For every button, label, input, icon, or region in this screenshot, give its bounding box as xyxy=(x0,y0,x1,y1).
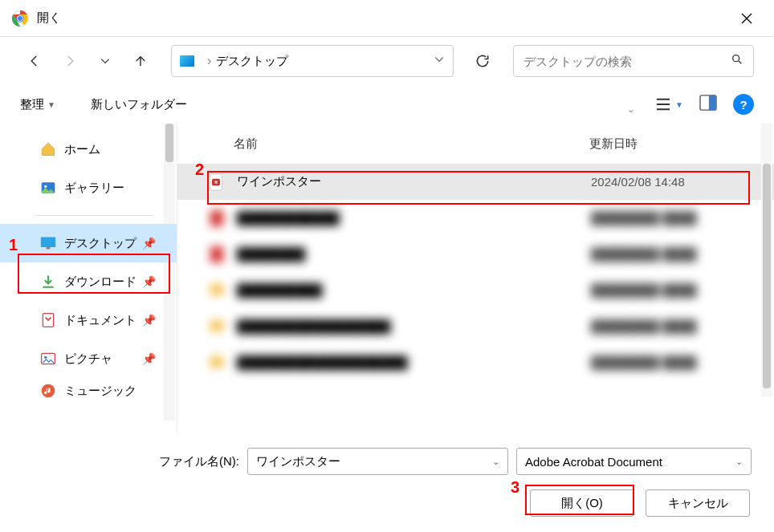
pdf-icon xyxy=(208,173,226,191)
svg-rect-18 xyxy=(210,210,223,226)
music-icon xyxy=(40,383,56,399)
search-box[interactable] xyxy=(513,45,754,77)
chevron-down-icon[interactable]: ⌄ xyxy=(735,457,743,467)
view-mode-button[interactable]: ▼ xyxy=(654,97,683,112)
svg-rect-21 xyxy=(210,320,223,331)
desktop-folder-icon xyxy=(180,55,194,67)
svg-point-14 xyxy=(44,356,47,359)
sidebar-item-home[interactable]: ホーム xyxy=(0,130,177,169)
sidebar-item-desktop[interactable]: デスクトップ 📌 xyxy=(0,224,177,262)
close-button[interactable] xyxy=(731,2,763,35)
file-row[interactable]: ████████████████ ████ xyxy=(177,236,774,272)
picture-icon xyxy=(40,351,56,367)
annotation-1: 1 xyxy=(9,236,18,254)
file-row[interactable]: ████████████████████████████ ████ xyxy=(177,344,774,380)
gallery-icon xyxy=(40,180,56,196)
preview-pane-button[interactable] xyxy=(699,95,717,114)
file-row[interactable]: ████████████████████ ████ xyxy=(177,200,774,236)
annotation-3: 3 xyxy=(511,478,519,497)
svg-rect-7 xyxy=(709,95,716,110)
breadcrumb-text: デスクトップ xyxy=(216,54,288,69)
column-date[interactable]: 更新日時 xyxy=(589,136,774,152)
svg-point-4 xyxy=(18,16,22,21)
search-input[interactable] xyxy=(523,55,731,68)
column-name[interactable]: 名前 xyxy=(210,136,589,152)
breadcrumb-sep-icon: › xyxy=(207,54,211,68)
file-list: 名前 更新日時 ⌄ ワインポスター 2024/02/08 14:48 █████… xyxy=(177,124,774,433)
annotation-2: 2 xyxy=(195,160,204,179)
sort-indicator-icon: ⌄ xyxy=(627,104,634,115)
sidebar-item-music[interactable]: ミュージック xyxy=(0,378,177,404)
svg-rect-19 xyxy=(210,246,223,262)
column-headers[interactable]: 名前 更新日時 xyxy=(177,124,774,164)
window-title: 開く xyxy=(37,10,61,26)
sidebar-item-pictures[interactable]: ピクチャ 📌 xyxy=(0,339,177,378)
pin-icon: 📌 xyxy=(142,352,156,365)
sidebar: ホーム ギャラリー デスクトップ 📌 ダウンロード 📌 ドキュメント 📌 ピクチ… xyxy=(0,124,177,433)
filetype-select[interactable]: Adobe Acrobat Document ⌄ xyxy=(516,448,752,475)
new-folder-button[interactable]: 新しいフォルダー xyxy=(91,97,187,112)
desktop-icon xyxy=(40,235,56,251)
chevron-down-icon[interactable]: ⌄ xyxy=(492,457,499,467)
help-button[interactable]: ? xyxy=(733,94,754,115)
footer: ファイル名(N): ワインポスター ⌄ Adobe Acrobat Docume… xyxy=(0,433,774,525)
organize-menu[interactable]: 整理 ▼ xyxy=(20,97,55,112)
breadcrumb-dropdown-icon[interactable] xyxy=(434,54,445,68)
file-row-selected[interactable]: ワインポスター 2024/02/08 14:48 xyxy=(177,164,774,200)
svg-point-5 xyxy=(733,55,739,62)
download-icon xyxy=(40,274,56,290)
svg-rect-22 xyxy=(210,356,223,368)
file-date: 2024/02/08 14:48 xyxy=(591,175,774,189)
sidebar-item-gallery[interactable]: ギャラリー xyxy=(0,169,177,207)
file-row[interactable]: ██████████████████████████ ████ xyxy=(177,308,774,344)
chrome-icon xyxy=(11,10,29,27)
filename-input[interactable]: ワインポスター ⌄ xyxy=(247,448,508,475)
pin-icon: 📌 xyxy=(142,314,156,327)
home-icon xyxy=(40,141,56,157)
navbar: › デスクトップ xyxy=(0,37,774,85)
file-name: ワインポスター xyxy=(237,174,591,189)
filename-label: ファイル名(N): xyxy=(159,454,239,469)
refresh-button[interactable] xyxy=(466,45,499,77)
back-button[interactable] xyxy=(20,47,49,75)
pin-icon: 📌 xyxy=(142,275,156,288)
search-icon[interactable] xyxy=(731,53,743,69)
svg-rect-20 xyxy=(210,284,223,295)
svg-rect-11 xyxy=(47,247,51,250)
breadcrumb[interactable]: › デスクトップ xyxy=(171,45,454,77)
svg-point-9 xyxy=(44,185,47,188)
recent-dropdown[interactable] xyxy=(91,47,120,75)
titlebar: 開く xyxy=(0,0,774,37)
document-icon xyxy=(40,312,56,328)
open-button[interactable]: 開く(O) xyxy=(530,489,634,517)
cancel-button[interactable]: キャンセル xyxy=(646,489,750,517)
pin-icon: 📌 xyxy=(142,237,156,250)
file-row[interactable]: ██████████████████ ████ xyxy=(177,272,774,308)
toolbar: 整理 ▼ 新しいフォルダー ▼ ? xyxy=(0,85,774,124)
sidebar-item-documents[interactable]: ドキュメント 📌 xyxy=(0,301,177,339)
up-button[interactable] xyxy=(126,47,155,75)
sidebar-item-downloads[interactable]: ダウンロード 📌 xyxy=(0,262,177,301)
forward-button[interactable] xyxy=(55,47,84,75)
svg-rect-10 xyxy=(41,238,55,248)
